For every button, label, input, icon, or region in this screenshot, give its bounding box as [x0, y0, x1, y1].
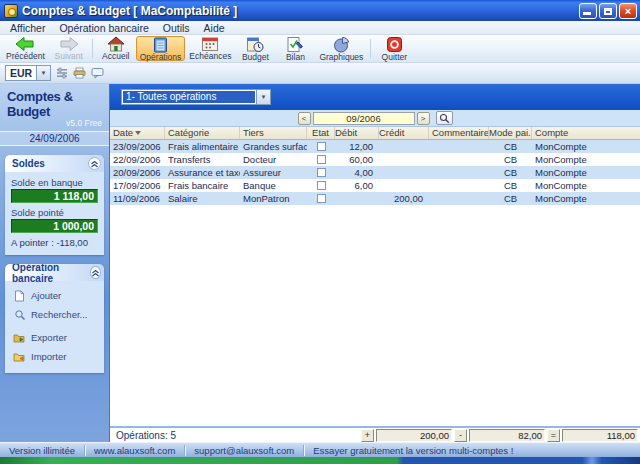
- add-document-icon: [13, 289, 26, 302]
- budget-clock-icon: [246, 36, 264, 53]
- column-header-categorie[interactable]: Catégorie: [165, 127, 240, 139]
- window-title: Comptes & Budget [ MaComptabilité ]: [22, 4, 579, 18]
- etat-checkbox[interactable]: [317, 142, 326, 151]
- bilan-button[interactable]: Bilan: [275, 36, 315, 61]
- cell-date: 22/09/2006: [110, 153, 165, 166]
- sidebar-item-importer[interactable]: Importer: [11, 347, 98, 366]
- cell-compte: MonCompte: [532, 166, 640, 179]
- table-empty-area: [110, 205, 640, 426]
- column-header-commentaire[interactable]: Commentaire: [429, 127, 489, 139]
- column-header-tiers[interactable]: Tiers: [240, 127, 307, 139]
- sidebar-item-ajouter[interactable]: Ajouter: [11, 286, 98, 305]
- content-area: 1- Toutes opérations ▼ < 09/2006 > Date …: [110, 84, 640, 442]
- column-header-credit[interactable]: Crédit: [379, 127, 429, 139]
- table-row[interactable]: 20/09/2006 Assurance et taxes . Assureur…: [110, 166, 640, 179]
- cell-tiers: Assureur: [240, 166, 307, 179]
- table-row[interactable]: 17/09/2006 Frais bancaire Banque 6,00 CB…: [110, 179, 640, 192]
- sidebar-item-label: Exporter: [31, 332, 67, 343]
- table-row[interactable]: 11/09/2006 Salaire MonPatron 200,00 CB M…: [110, 192, 640, 205]
- operations-button[interactable]: Opérations: [136, 36, 186, 61]
- status-upgrade-link[interactable]: Essayer gratuitement la version multi-co…: [303, 445, 522, 456]
- cell-debit: [335, 192, 379, 205]
- column-header-etat[interactable]: Etat: [307, 127, 335, 139]
- menu-afficher[interactable]: Afficher: [4, 22, 51, 34]
- filter-selected-value: 1- Toutes opérations: [123, 91, 255, 103]
- menu-operation-bancaire[interactable]: Opération bancaire: [53, 22, 154, 34]
- column-header-debit[interactable]: Débit: [335, 127, 379, 139]
- currency-select[interactable]: EUR ▼: [5, 65, 51, 81]
- home-icon: [107, 36, 125, 52]
- budget-button[interactable]: Budget: [235, 36, 275, 61]
- operation-panel-header[interactable]: Opération bancaire: [5, 264, 104, 281]
- sidebar-item-exporter[interactable]: Exporter: [11, 328, 98, 347]
- collapse-chevron-icon[interactable]: [88, 157, 101, 170]
- operation-bancaire-panel: Opération bancaire Ajouter: [5, 264, 104, 373]
- accueil-button[interactable]: Accueil: [96, 36, 136, 61]
- etat-checkbox[interactable]: [317, 168, 326, 177]
- operations-table-body: 23/09/2006 Frais alimentaire Grandes sur…: [110, 140, 640, 205]
- etat-checkbox[interactable]: [317, 194, 326, 203]
- table-row[interactable]: 23/09/2006 Frais alimentaire Grandes sur…: [110, 140, 640, 153]
- operations-filter-select[interactable]: 1- Toutes opérations ▼: [121, 89, 271, 105]
- soldes-panel-header[interactable]: Soldes: [5, 155, 104, 172]
- search-icon: [439, 113, 450, 124]
- status-website-link[interactable]: www.alauxsoft.com: [84, 445, 184, 456]
- app-icon: [4, 4, 18, 18]
- etat-checkbox[interactable]: [317, 181, 326, 190]
- cell-comment: [429, 140, 489, 153]
- currency-bar: EUR ▼: [0, 63, 640, 84]
- cell-category: Frais alimentaire: [165, 140, 240, 153]
- cell-compte: MonCompte: [532, 179, 640, 192]
- app-window: Comptes & Budget [ MaComptabilité ] × Af…: [0, 0, 640, 464]
- cell-category: Salaire: [165, 192, 240, 205]
- column-header-mode-paiement[interactable]: Mode pai...: [489, 127, 532, 139]
- cell-etat: [307, 179, 335, 192]
- table-row[interactable]: 22/09/2006 Transferts Docteur 60,00 CB M…: [110, 153, 640, 166]
- suivant-button: Suivant: [49, 36, 89, 61]
- status-support-link[interactable]: support@alauxsoft.com: [184, 445, 303, 456]
- maximize-icon: [604, 8, 612, 15]
- pointed-balance-value: 1 000,00: [11, 219, 98, 233]
- sidebar-item-rechercher[interactable]: Rechercher...: [11, 305, 98, 324]
- sidebar: Comptes & Budget v5.0 Free 24/09/2006 So…: [0, 84, 110, 442]
- soldes-panel: Soldes Solde en banque 1 118,00 Solde po…: [5, 155, 104, 255]
- search-month-button[interactable]: [436, 111, 453, 125]
- converter-button[interactable]: [54, 66, 69, 81]
- close-icon: ×: [620, 4, 636, 18]
- echeances-button[interactable]: Echéances: [185, 36, 235, 61]
- quitter-button[interactable]: Quitter: [374, 36, 414, 61]
- collapse-chevron-icon[interactable]: [90, 266, 101, 279]
- arrow-left-icon: [15, 36, 35, 52]
- bank-balance-label: Solde en banque: [11, 177, 98, 188]
- next-month-button[interactable]: >: [417, 112, 430, 125]
- cell-credit: [379, 166, 429, 179]
- cell-category: Transferts: [165, 153, 240, 166]
- plus-button[interactable]: +: [361, 429, 374, 442]
- print-button[interactable]: [72, 66, 87, 81]
- precedent-button[interactable]: Précédent: [2, 36, 49, 61]
- graphiques-button[interactable]: Graphiques: [315, 36, 367, 61]
- chevron-down-icon[interactable]: ▼: [256, 90, 270, 104]
- menu-outils[interactable]: Outils: [157, 22, 196, 34]
- column-header-date[interactable]: Date: [110, 127, 165, 139]
- cell-comment: [429, 192, 489, 205]
- equals-button[interactable]: =: [547, 429, 560, 442]
- month-field[interactable]: 09/2006: [313, 112, 415, 125]
- soldes-panel-title: Soldes: [12, 158, 45, 169]
- arrow-right-icon: [59, 36, 79, 52]
- menu-aide[interactable]: Aide: [198, 22, 231, 34]
- version-label: v5.0 Free: [0, 118, 109, 128]
- toolbar-separator: [370, 39, 371, 58]
- cell-mode-paiement: CB: [489, 140, 532, 153]
- minimize-button[interactable]: [579, 3, 597, 19]
- etat-checkbox[interactable]: [317, 155, 326, 164]
- close-button[interactable]: ×: [619, 3, 637, 19]
- comment-button[interactable]: [90, 66, 105, 81]
- search-icon: [13, 308, 26, 321]
- minus-button[interactable]: -: [454, 429, 467, 442]
- previous-month-button[interactable]: <: [298, 112, 311, 125]
- maximize-button[interactable]: [599, 3, 617, 19]
- cell-mode-paiement: CB: [489, 179, 532, 192]
- chevron-down-icon[interactable]: ▼: [36, 66, 50, 80]
- column-header-compte[interactable]: Compte: [532, 127, 640, 139]
